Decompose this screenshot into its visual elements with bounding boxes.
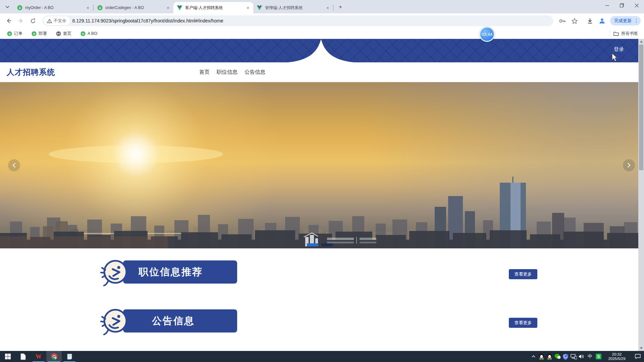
windows-logo-icon: [5, 354, 11, 359]
taskbar-time: 20:32: [604, 352, 629, 357]
svg-text:S: S: [597, 354, 600, 359]
url-text: 8.129.11.174:9023/springbootal17c87y/fro…: [72, 18, 223, 23]
all-bookmarks-label: 所有书签: [621, 31, 638, 37]
tab-myorder[interactable]: v myOrder - A BO ×: [13, 2, 93, 13]
bookmark-label: A BO: [88, 31, 97, 36]
browser-tab-strip: v myOrder - A BO × v orderCodegen - A BO…: [0, 0, 644, 13]
green-v-favicon: v: [31, 31, 37, 36]
tab-title: 管理端-人才招聘系统: [265, 5, 323, 11]
more-menu-icon[interactable]: ⋮: [634, 18, 639, 23]
bookmark-dingdan[interactable]: v 订单: [4, 29, 25, 38]
tab-close-icon[interactable]: ×: [245, 5, 251, 10]
profile-avatar-icon: [599, 17, 605, 24]
bookmark-abo[interactable]: v A BO: [77, 29, 100, 38]
minimize-button[interactable]: [600, 0, 614, 11]
svg-text:v: v: [99, 6, 101, 10]
tab-close-icon[interactable]: ×: [165, 5, 171, 10]
tray-network-icon[interactable]: [570, 351, 578, 362]
close-button[interactable]: [629, 0, 644, 11]
back-button[interactable]: [3, 15, 14, 26]
site-brand-title: 人才招聘系统: [7, 67, 55, 77]
tray-wechat-icon[interactable]: [553, 351, 561, 362]
taskbar-document-app[interactable]: [15, 351, 31, 362]
chevron-left-icon: [12, 163, 16, 168]
reload-icon: [30, 18, 36, 24]
notification-icon: [635, 354, 641, 359]
page-scrollbar[interactable]: [638, 39, 644, 351]
view-more-jobs-button[interactable]: 查看更多: [509, 269, 537, 279]
taskbar-wps-app[interactable]: W: [31, 351, 46, 362]
bookmark-label: 首页: [63, 31, 71, 37]
tab-client-recruitment-active[interactable]: 客户端-人才招聘系统 ×: [173, 2, 253, 13]
tab-search-button[interactable]: [3, 2, 12, 12]
password-manager-button[interactable]: [557, 15, 568, 26]
carousel-indicator-active[interactable]: [307, 243, 318, 246]
windows-taskbar: W: [0, 351, 644, 362]
green-v-favicon: v: [17, 5, 22, 11]
wps-office-icon: W: [35, 353, 42, 360]
action-center-button[interactable]: [631, 351, 644, 362]
window-controls: [600, 0, 644, 11]
bookmark-shouye[interactable]: 首页: [53, 29, 74, 38]
web-page-viewport: 登录 人才招聘系统 首页 职位信息 公告信息: [0, 39, 644, 351]
section-title: 公告信息: [152, 314, 195, 328]
all-bookmarks-button[interactable]: 所有书签: [613, 31, 640, 37]
nav-item-jobs[interactable]: 职位信息: [217, 69, 237, 76]
svg-text:W: W: [36, 353, 42, 360]
nav-item-home[interactable]: 首页: [199, 69, 210, 76]
scrollbar-up-arrow[interactable]: [638, 39, 644, 44]
tab-close-icon[interactable]: ×: [85, 5, 91, 10]
taskbar-clock[interactable]: 20:32 2025/5/29: [604, 352, 629, 361]
scrollbar-thumb[interactable]: [639, 45, 643, 170]
carousel-indicator[interactable]: [321, 243, 333, 246]
forward-button[interactable]: [15, 15, 26, 26]
mascot-bird-icon: [99, 307, 129, 336]
bookmark-star-button[interactable]: [569, 15, 580, 26]
bookmark-bushu[interactable]: v 部署: [29, 29, 50, 38]
svg-text:v: v: [19, 6, 20, 10]
tray-qq-icon[interactable]: [545, 351, 553, 362]
tab-close-icon[interactable]: ×: [325, 5, 330, 10]
view-more-label: 查看更多: [515, 271, 532, 277]
view-more-announcements-button[interactable]: 查看更多: [509, 318, 537, 328]
tray-security-shield-icon[interactable]: [561, 351, 570, 362]
home-sections: 职位信息推荐 查看更多 公告信息: [0, 248, 644, 351]
green-v-favicon: v: [7, 31, 12, 36]
scrollbar-down-arrow[interactable]: [638, 346, 644, 351]
tray-hidden-icons-button[interactable]: [529, 351, 537, 362]
section-banner-announcements: 公告信息: [123, 309, 237, 333]
tab-title: orderCodegen - A BO: [105, 5, 163, 10]
star-icon: [572, 18, 578, 24]
start-button[interactable]: [0, 351, 15, 362]
carousel-next-button[interactable]: [623, 159, 635, 171]
nav-item-announcements[interactable]: 公告信息: [245, 69, 265, 76]
taskbar-notepad-app[interactable]: [62, 351, 77, 362]
tab-admin-recruitment[interactable]: 管理端-人才招聘系统 ×: [253, 2, 333, 13]
tray-s-app-icon[interactable]: S: [594, 351, 602, 362]
mascot-bird-icon: [99, 258, 129, 287]
site-nav: 首页 职位信息 公告信息: [199, 69, 265, 76]
new-tab-button[interactable]: +: [336, 3, 345, 11]
tray-volume-icon[interactable]: [578, 351, 586, 362]
login-link[interactable]: 登录: [614, 46, 624, 53]
section-banner-jobs: 职位信息推荐: [123, 260, 237, 284]
svg-text:v: v: [33, 32, 35, 35]
bookmark-label: 部署: [39, 31, 47, 37]
vue-logo-icon: [257, 5, 262, 11]
tray-qq-icon[interactable]: [537, 351, 545, 362]
carousel-prev-button[interactable]: [8, 159, 20, 171]
city-sunset-photo: [0, 82, 644, 248]
svg-text:v: v: [9, 32, 10, 35]
tray-ime-indicator[interactable]: 中: [586, 351, 594, 362]
downloads-button[interactable]: [585, 15, 595, 26]
address-bar[interactable]: 不安全 8.129.11.174:9023/springbootal17c87y…: [42, 15, 553, 26]
reload-button[interactable]: [28, 15, 38, 26]
bookmarks-divider: [610, 31, 610, 37]
profile-button[interactable]: [597, 15, 607, 26]
restore-button[interactable]: [614, 0, 629, 11]
chrome-update-chip[interactable]: 完成更新 ⋮: [610, 16, 641, 25]
taskbar-chrome-app[interactable]: [46, 351, 62, 362]
tab-ordercodegen[interactable]: v orderCodegen - A BO ×: [94, 2, 173, 13]
security-chip[interactable]: 不安全: [44, 16, 70, 25]
recording-timer-overlay: 03:44: [479, 26, 495, 42]
